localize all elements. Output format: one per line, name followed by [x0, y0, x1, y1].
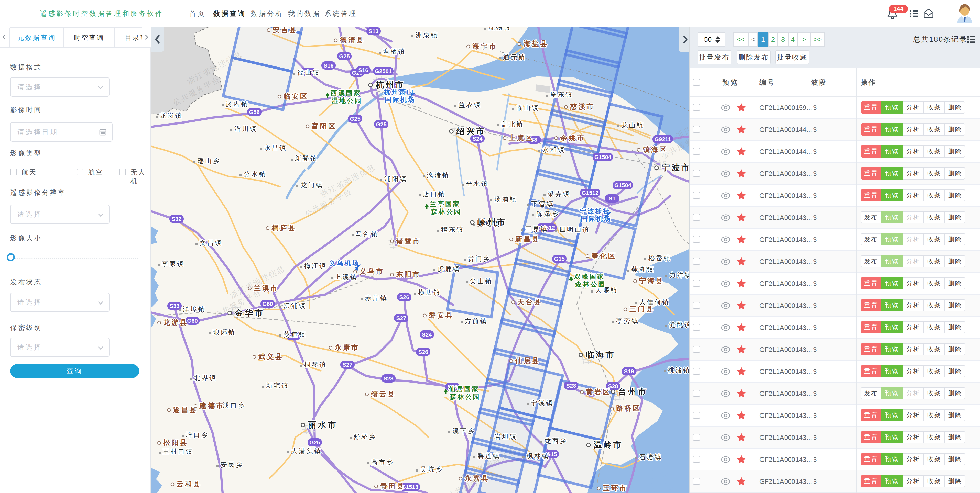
svg-text:径山镇: 径山镇 [297, 69, 320, 76]
svg-text:龙岗镇: 龙岗镇 [160, 112, 183, 119]
svg-text:路桥区: 路桥区 [616, 404, 641, 412]
svg-text:浦阳镇: 浦阳镇 [384, 175, 407, 182]
svg-text:S27: S27 [342, 361, 352, 368]
svg-text:大港头镇: 大港头镇 [291, 447, 322, 454]
svg-text:S28: S28 [566, 382, 576, 389]
svg-text:赤岸镇: 赤岸镇 [365, 294, 388, 301]
svg-text:桐琴镇: 桐琴镇 [304, 361, 327, 368]
svg-text:临山镇: 临山镇 [516, 104, 539, 111]
svg-text:洋埠镇: 洋埠镇 [183, 306, 206, 313]
svg-text:潜川镇: 潜川镇 [234, 125, 258, 132]
svg-text:永康市: 永康市 [334, 344, 360, 351]
svg-text:奉化区: 奉化区 [591, 252, 616, 260]
svg-text:李家镇: 李家镇 [162, 260, 185, 267]
svg-text:安吉县: 安吉县 [273, 27, 298, 34]
svg-text:余姚市: 余姚市 [560, 134, 585, 142]
svg-text:文昌镇: 文昌镇 [200, 239, 223, 246]
svg-text:三门县: 三门县 [630, 305, 654, 313]
svg-text:丽水市: 丽水市 [308, 420, 337, 429]
svg-text:汤浦镇: 汤浦镇 [494, 196, 517, 203]
svg-text:垟口乡: 垟口乡 [186, 431, 209, 439]
svg-text:建德市: 建德市 [199, 402, 224, 410]
svg-text:三界镇: 三界镇 [525, 225, 548, 233]
svg-text:G60: G60 [262, 301, 273, 307]
svg-text:上虞区: 上虞区 [508, 134, 533, 142]
svg-text:S24: S24 [473, 136, 482, 142]
svg-text:绍兴市: 绍兴市 [456, 127, 486, 136]
svg-text:武义县: 武义县 [258, 353, 283, 361]
svg-text:G1512: G1512 [582, 190, 598, 196]
svg-text:S16: S16 [323, 62, 333, 69]
svg-text:方前镇: 方前镇 [465, 317, 488, 325]
svg-text:台州市: 台州市 [618, 387, 648, 396]
svg-text:龙门镇: 龙门镇 [301, 181, 323, 189]
svg-text:大佳何镇: 大佳何镇 [639, 298, 670, 306]
svg-text:永和镇: 永和镇 [542, 146, 565, 153]
svg-text:桐庐县: 桐庐县 [272, 224, 297, 231]
svg-text:庵东镇: 庵东镇 [550, 91, 573, 98]
svg-text:宁波市: 宁波市 [662, 163, 691, 172]
svg-text:新宅镇: 新宅镇 [266, 382, 289, 389]
svg-text:S32: S32 [172, 216, 181, 222]
svg-text:下管镇: 下管镇 [531, 200, 554, 208]
svg-text:G15: G15 [554, 256, 565, 262]
svg-text:S28: S28 [383, 376, 393, 382]
svg-text:S26: S26 [399, 294, 409, 300]
svg-text:琅琊镇: 琅琊镇 [213, 328, 236, 336]
svg-text:陈溪乡: 陈溪乡 [536, 211, 559, 217]
svg-text:嵊州市: 嵊州市 [477, 217, 507, 227]
svg-text:虎鹿镇: 虎鹿镇 [438, 265, 461, 272]
svg-text:森林公园: 森林公园 [575, 281, 606, 288]
svg-text:溪下乡: 溪下乡 [452, 427, 476, 434]
svg-text:G56: G56 [249, 109, 260, 115]
svg-text:黄岩区: 黄岩区 [586, 388, 611, 396]
svg-text:天台县: 天台县 [517, 298, 542, 306]
svg-text:马剑镇: 马剑镇 [356, 230, 379, 238]
svg-text:金华市: 金华市 [235, 308, 264, 317]
svg-text:宁海县: 宁海县 [639, 277, 664, 285]
svg-text:王村口镇: 王村口镇 [163, 448, 193, 455]
svg-text:盖北镇: 盖北镇 [501, 120, 524, 128]
svg-text:茭道镇: 茭道镇 [283, 331, 307, 338]
svg-text:横店镇: 横店镇 [418, 289, 441, 296]
svg-text:S13: S13 [369, 28, 379, 35]
svg-text:森林公园: 森林公园 [450, 393, 480, 400]
svg-text:岩坦镇: 岩坦镇 [494, 433, 517, 440]
svg-text:店口镇: 店口镇 [423, 190, 446, 198]
svg-text:益农镇: 益农镇 [458, 101, 482, 108]
svg-text:龙游县: 龙游县 [163, 319, 188, 326]
svg-text:森林公园: 森林公园 [431, 208, 461, 215]
svg-text:G25: G25 [350, 116, 361, 122]
svg-text:海宁市: 海宁市 [472, 43, 497, 50]
svg-text:仙居国家: 仙居国家 [449, 385, 479, 393]
svg-text:舒桥乡: 舒桥乡 [354, 433, 377, 440]
svg-text:富阳区: 富阳区 [312, 122, 336, 130]
svg-text:力洋镇: 力洋镇 [669, 271, 692, 279]
svg-text:G1504: G1504 [614, 182, 632, 189]
svg-text:塘栖镇: 塘栖镇 [383, 48, 406, 55]
svg-text:枫林镇: 枫林镇 [527, 452, 550, 460]
svg-text:临海市: 临海市 [586, 350, 616, 359]
svg-text:海盐县: 海盐县 [523, 40, 548, 48]
svg-text:湿地公园: 湿地公园 [331, 97, 362, 104]
svg-text:平水镇: 平水镇 [466, 180, 489, 187]
svg-text:义乌机场: 义乌机场 [329, 260, 360, 267]
svg-text:松岙镇: 松岙镇 [648, 254, 671, 262]
svg-text:分水镇: 分水镇 [243, 171, 267, 178]
svg-text:S27: S27 [396, 315, 406, 322]
svg-text:G25: G25 [309, 439, 320, 446]
svg-text:北界镇: 北界镇 [194, 374, 217, 381]
svg-text:S19: S19 [624, 368, 634, 375]
svg-text:144: 144 [893, 5, 904, 12]
svg-text:义乌市: 义乌市 [359, 268, 384, 275]
svg-text:S24: S24 [422, 331, 432, 338]
svg-text:梅江镇: 梅江镇 [304, 262, 327, 269]
svg-text:缙云县: 缙云县 [371, 390, 396, 398]
svg-text:新登镇: 新登镇 [295, 155, 318, 162]
svg-text:杭州萧山: 杭州萧山 [383, 88, 415, 95]
svg-text:G1504: G1504 [594, 154, 611, 160]
svg-text:瑶山乡: 瑶山乡 [197, 157, 221, 165]
svg-text:温岭市: 温岭市 [593, 440, 623, 449]
svg-text:G2501: G2501 [375, 68, 392, 75]
svg-text:亭旁镇: 亭旁镇 [616, 317, 639, 325]
